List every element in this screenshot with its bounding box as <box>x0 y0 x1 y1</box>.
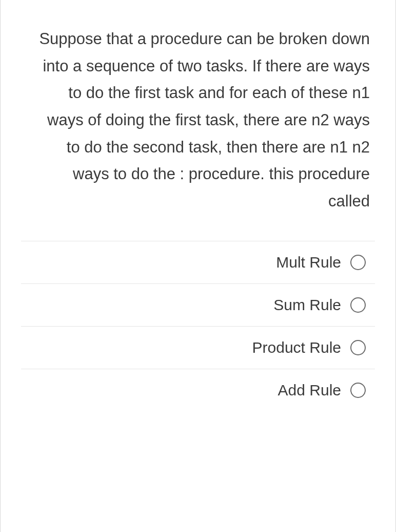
option-row-add-rule[interactable]: Add Rule <box>21 369 375 411</box>
radio-button[interactable] <box>350 340 366 355</box>
radio-button[interactable] <box>350 383 366 398</box>
option-label: Mult Rule <box>276 254 341 271</box>
option-label: Add Rule <box>278 382 341 399</box>
question-text: Suppose that a procedure can be broken d… <box>21 26 375 236</box>
radio-button[interactable] <box>350 255 366 270</box>
option-row-sum-rule[interactable]: Sum Rule <box>21 283 375 326</box>
options-list: Mult Rule Sum Rule Product Rule Add Rule <box>21 241 375 411</box>
option-row-mult-rule[interactable]: Mult Rule <box>21 241 375 283</box>
radio-button[interactable] <box>350 297 366 313</box>
option-label: Sum Rule <box>273 296 341 314</box>
question-card: Suppose that a procedure can be broken d… <box>0 0 396 532</box>
option-row-product-rule[interactable]: Product Rule <box>21 326 375 369</box>
option-label: Product Rule <box>252 339 341 356</box>
